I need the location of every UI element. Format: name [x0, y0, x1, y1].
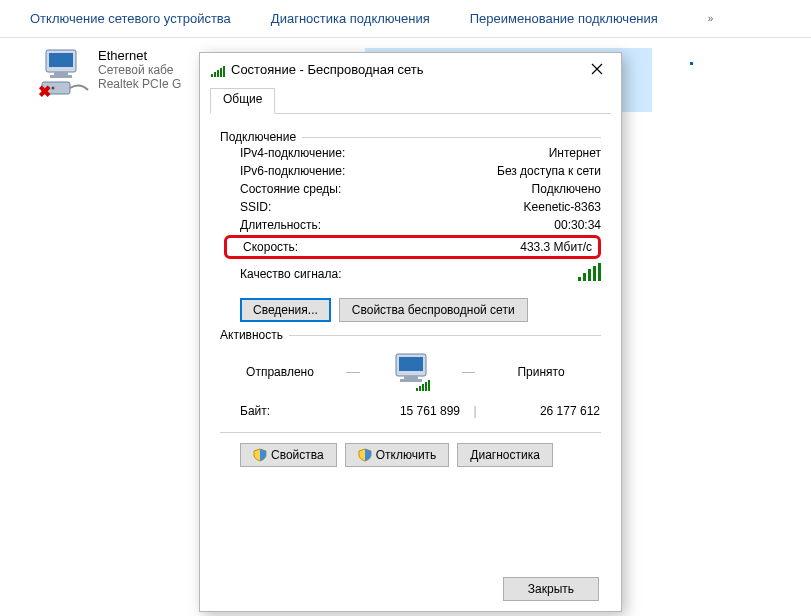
- connection-section-label: Подключение: [220, 130, 601, 144]
- speed-label: Скорость:: [243, 240, 298, 254]
- toolbar-rename[interactable]: Переименование подключения: [470, 11, 658, 26]
- disconnected-x-icon: ✖: [38, 82, 51, 101]
- chevron-right-icon[interactable]: »: [708, 13, 714, 24]
- dialog-title: Состояние - Беспроводная сеть: [231, 62, 575, 77]
- bytes-label: Байт:: [240, 404, 330, 418]
- toolbar: Отключение сетевого устройства Диагности…: [0, 0, 811, 38]
- ssid-value: Keenetic-8363: [524, 200, 601, 214]
- activity-section-label: Активность: [220, 328, 601, 342]
- media-state-label: Состояние среды:: [240, 182, 341, 196]
- speed-value: 433.3 Мбит/с: [520, 240, 592, 254]
- svg-rect-2: [54, 72, 68, 75]
- tabstrip: Общие: [210, 87, 611, 114]
- ethernet-title: Ethernet: [98, 48, 181, 63]
- ethernet-sub2: Realtek PCIe G: [98, 77, 181, 91]
- shield-icon: [253, 448, 267, 462]
- details-button[interactable]: Сведения...: [240, 298, 331, 322]
- signal-quality-label: Качество сигнала:: [240, 267, 341, 281]
- duration-label: Длительность:: [240, 218, 321, 232]
- svg-rect-13: [422, 384, 424, 391]
- svg-point-6: [52, 87, 55, 90]
- ssid-label: SSID:: [240, 200, 271, 214]
- status-dialog: Состояние - Беспроводная сеть Общие Подк…: [199, 52, 622, 612]
- ethernet-icon: ✖: [40, 48, 90, 98]
- duration-value: 00:30:34: [554, 218, 601, 232]
- properties-button[interactable]: Свойства: [240, 443, 337, 467]
- dialog-titlebar[interactable]: Состояние - Беспроводная сеть: [200, 53, 621, 85]
- close-dialog-button[interactable]: Закрыть: [503, 577, 599, 601]
- bytes-separator: |: [460, 404, 490, 418]
- ipv6-value: Без доступа к сети: [497, 164, 601, 178]
- ipv4-value: Интернет: [549, 146, 601, 160]
- tab-general[interactable]: Общие: [210, 88, 275, 114]
- speed-row-highlighted: Скорость:433.3 Мбит/с: [224, 235, 601, 259]
- wifi-properties-button[interactable]: Свойства беспроводной сети: [339, 298, 528, 322]
- media-state-value: Подключено: [532, 182, 601, 196]
- wifi-signal-icon: [210, 59, 225, 80]
- svg-rect-9: [404, 376, 418, 379]
- activity-monitor-icon: [366, 352, 456, 392]
- sent-label: Отправлено: [220, 365, 340, 379]
- diagnose-button[interactable]: Диагностика: [457, 443, 553, 467]
- ipv4-label: IPv4-подключение:: [240, 146, 345, 160]
- svg-rect-14: [425, 382, 427, 391]
- received-label: Принято: [481, 365, 601, 379]
- svg-rect-11: [416, 388, 418, 391]
- svg-rect-3: [50, 75, 72, 78]
- bytes-received-value: 26 177 612: [490, 404, 600, 418]
- toolbar-diagnose[interactable]: Диагностика подключения: [271, 11, 430, 26]
- shield-icon: [358, 448, 372, 462]
- svg-rect-1: [49, 53, 73, 67]
- bytes-sent-value: 15 761 899: [330, 404, 460, 418]
- ethernet-sub1: Сетевой кабе: [98, 63, 181, 77]
- svg-rect-12: [419, 386, 421, 391]
- toolbar-disable-device[interactable]: Отключение сетевого устройства: [30, 11, 231, 26]
- ipv6-label: IPv6-подключение:: [240, 164, 345, 178]
- signal-bars-icon: [576, 263, 601, 284]
- disable-button[interactable]: Отключить: [345, 443, 450, 467]
- close-button[interactable]: [575, 54, 619, 84]
- svg-rect-10: [400, 379, 422, 382]
- svg-rect-8: [399, 357, 423, 371]
- svg-rect-15: [428, 380, 430, 391]
